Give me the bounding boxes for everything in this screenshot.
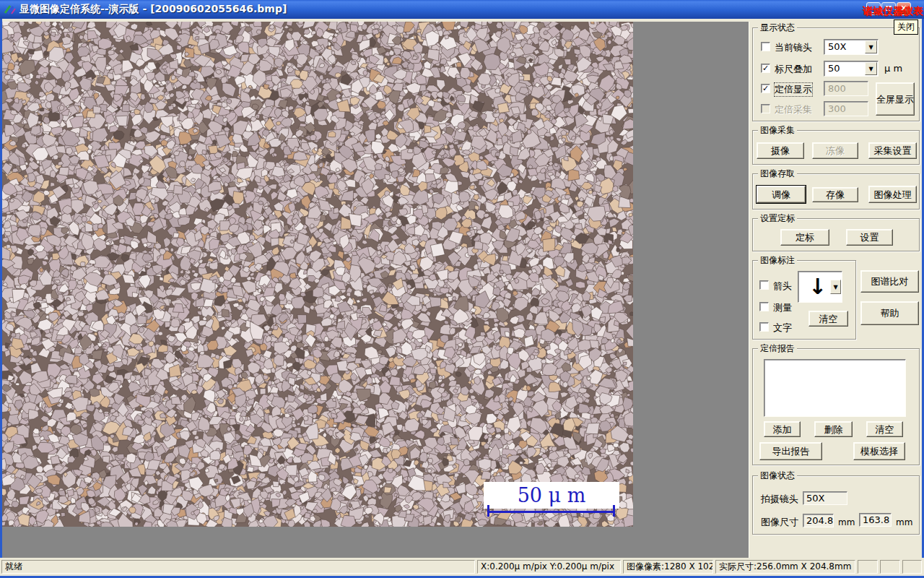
ruler-overlay-label: 标尺叠加 bbox=[775, 63, 812, 76]
current-lens-label: 当前镜头 bbox=[775, 41, 812, 54]
freeze-button: 冻像 bbox=[812, 142, 858, 159]
ruler-value: 50 bbox=[828, 63, 840, 74]
measure-checkbox[interactable] bbox=[759, 302, 769, 311]
load-image-button[interactable]: 调像 bbox=[757, 186, 806, 203]
fullscreen-button[interactable]: 全屏显示 bbox=[876, 82, 915, 116]
image-viewport: 50 μ m bbox=[2, 22, 749, 558]
text-checkbox[interactable] bbox=[759, 322, 769, 332]
chevron-down-icon[interactable]: ▼ bbox=[865, 40, 877, 53]
ruler-overlay-checkbox[interactable]: ✓ bbox=[761, 64, 770, 73]
window-title: 显微图像定倍系统--演示版 - [20090602055646.bmp] bbox=[19, 3, 287, 16]
scale-bar-label: 50 μ m bbox=[484, 482, 619, 509]
save-image-button[interactable]: 存像 bbox=[812, 187, 858, 202]
report-listbox[interactable] bbox=[764, 359, 906, 417]
scale-bar-tick-right bbox=[613, 505, 615, 517]
group-image-status-title: 图像状态 bbox=[758, 470, 797, 480]
window-border-left bbox=[0, 19, 2, 578]
height-unit-label: mm bbox=[896, 517, 912, 527]
current-lens-select[interactable]: 50X ▼ bbox=[824, 39, 879, 55]
micrograph-canvas[interactable] bbox=[2, 22, 633, 527]
atlas-compare-button[interactable]: 图谱比对 bbox=[860, 270, 919, 293]
fixed-capture-checkbox bbox=[761, 104, 770, 113]
image-height-field: 163.8 bbox=[859, 513, 892, 527]
vendor-watermark: 诸城仪器仪表 bbox=[863, 5, 923, 18]
scale-bar-line bbox=[487, 511, 615, 513]
report-delete-button[interactable]: 删除 bbox=[814, 421, 853, 437]
status-empty-2 bbox=[880, 560, 900, 574]
group-calibration: 设置定标 bbox=[752, 218, 920, 251]
fixed-capture-field: 300 bbox=[824, 101, 868, 116]
annotation-clear-button[interactable]: 清空 bbox=[808, 311, 848, 327]
status-ready: 就绪 bbox=[1, 560, 475, 574]
app-icon bbox=[4, 3, 17, 16]
help-button[interactable]: 帮助 bbox=[860, 301, 919, 325]
status-empty-1 bbox=[858, 560, 878, 574]
export-report-button[interactable]: 导出报告 bbox=[759, 442, 822, 460]
arrow-checkbox[interactable] bbox=[759, 280, 769, 290]
group-display-status-title: 显示状态 bbox=[758, 22, 797, 33]
chevron-down-icon[interactable]: ▼ bbox=[865, 62, 877, 75]
image-process-button[interactable]: 图像处理 bbox=[868, 186, 917, 203]
calibration-set-button[interactable]: 设置 bbox=[846, 229, 893, 246]
report-add-button[interactable]: 添加 bbox=[764, 421, 801, 437]
capture-lens-field: 50X bbox=[803, 491, 847, 505]
width-unit-label: mm bbox=[838, 517, 855, 527]
status-pixel-scale: X:0.200μ m/pix Y:0.200μ m/pix bbox=[477, 560, 621, 574]
close-tooltip: 关闭 bbox=[894, 20, 918, 35]
status-empty-3 bbox=[902, 560, 922, 574]
status-bar: 就绪 X:0.200μ m/pix Y:0.200μ m/pix 图像像素:12… bbox=[0, 558, 924, 576]
arrow-label: 箭头 bbox=[773, 280, 792, 293]
group-calibration-title: 设置定标 bbox=[758, 213, 797, 223]
scale-bar-tick-left bbox=[487, 505, 489, 517]
text-label: 文字 bbox=[773, 322, 792, 335]
chevron-down-icon[interactable]: ▼ bbox=[830, 280, 841, 294]
arrow-style-select[interactable]: ↓ ▼ bbox=[798, 271, 842, 303]
control-panel: 显示状态 当前镜头 50X ▼ ✓ 标尺叠加 50 ▼ μ m ✓ 定倍显示 8… bbox=[749, 22, 922, 558]
status-actual-size: 实际尺寸:256.0mm X 204.8mm bbox=[715, 560, 855, 574]
fixed-display-label: 定倍显示 bbox=[775, 83, 812, 96]
group-annotation-title: 图像标注 bbox=[758, 255, 797, 265]
status-image-pixels: 图像像素:1280 X 1024 bbox=[623, 560, 713, 574]
shoot-button[interactable]: 摄像 bbox=[757, 142, 804, 159]
report-clear-button[interactable]: 清空 bbox=[866, 421, 903, 437]
measure-label: 测量 bbox=[773, 301, 792, 314]
fixed-display-checkbox[interactable]: ✓ bbox=[761, 84, 770, 93]
ruler-value-select[interactable]: 50 ▼ bbox=[824, 61, 879, 77]
group-report-title: 定倍报告 bbox=[758, 343, 797, 353]
group-storage-title: 图像存取 bbox=[758, 168, 797, 178]
fixed-capture-label: 定倍采集 bbox=[775, 103, 812, 116]
template-select-button[interactable]: 模板选择 bbox=[853, 442, 905, 460]
current-lens-value: 50X bbox=[828, 41, 846, 52]
capture-settings-button[interactable]: 采集设置 bbox=[868, 142, 917, 159]
image-width-field: 204.8 bbox=[803, 514, 834, 527]
title-bar: 显微图像定倍系统--演示版 - [20090602055646.bmp] _ ×… bbox=[0, 0, 924, 19]
arrow-down-icon: ↓ bbox=[808, 272, 827, 302]
capture-lens-label: 拍摄镜头 bbox=[761, 493, 798, 506]
current-lens-checkbox[interactable] bbox=[761, 42, 770, 51]
image-size-label: 图像尺寸 bbox=[761, 516, 798, 529]
calibrate-button[interactable]: 定标 bbox=[780, 229, 829, 246]
group-capture-title: 图像采集 bbox=[758, 125, 797, 135]
ruler-unit-label: μ m bbox=[884, 63, 902, 74]
fixed-display-field: 800 bbox=[824, 81, 868, 96]
